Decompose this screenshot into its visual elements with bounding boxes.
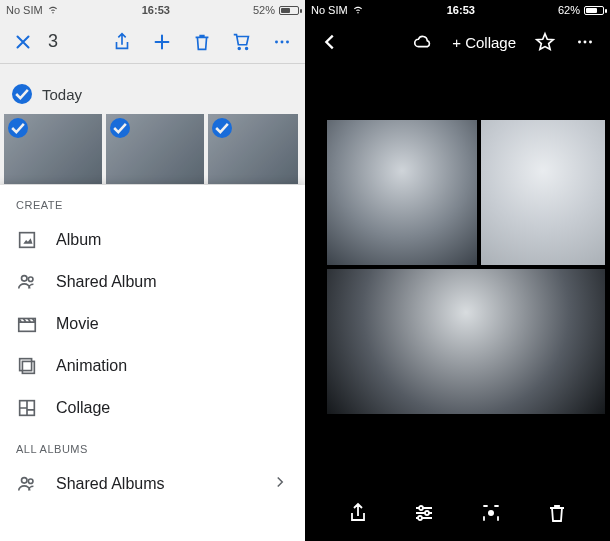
lens-icon[interactable] [479,501,503,525]
menu-item-label: Collage [56,399,110,417]
collage-tile [481,120,605,265]
album-icon [16,229,38,251]
menu-item-label: Animation [56,357,127,375]
edit-sliders-icon[interactable] [412,501,436,525]
cart-icon[interactable] [231,31,253,53]
viewer-toolbar: + Collage [305,20,610,64]
collage-button[interactable]: + Collage [452,34,516,51]
menu-item-label: Movie [56,315,99,333]
svg-point-16 [425,511,429,515]
date-label: Today [42,86,82,103]
menu-item-label: Shared Albums [56,475,165,493]
thumb-checkbox[interactable] [8,118,28,138]
movie-icon [16,313,38,335]
selection-toolbar: 3 [0,20,305,64]
carrier-label: No SIM [6,4,43,16]
menu-item-animation[interactable]: Animation [0,345,305,387]
date-row[interactable]: Today [0,64,305,114]
cloud-icon[interactable] [412,31,434,53]
more-icon[interactable] [271,31,293,53]
star-icon[interactable] [534,31,556,53]
more-icon[interactable] [574,31,596,53]
right-pane: No SIM 16:53 62% + Collage [305,0,610,541]
create-section-label: CREATE [0,185,305,219]
close-icon[interactable] [12,31,34,53]
shared-albums-icon [16,473,38,495]
menu-item-label: Shared Album [56,273,157,291]
date-checkbox[interactable] [12,84,32,104]
back-icon[interactable] [319,31,341,53]
svg-rect-7 [22,361,34,373]
svg-rect-6 [19,319,36,332]
shared-album-icon [16,271,38,293]
create-bottom-sheet: CREATE Album Shared Album Movie Animatio… [0,185,305,541]
collage-image[interactable] [327,120,605,414]
battery-pct: 52% [253,4,275,16]
battery-icon [584,6,604,15]
viewer-bottom-bar [305,485,610,541]
all-albums-section-label: ALL ALBUMS [0,429,305,463]
status-bar: No SIM 16:53 62% [305,0,610,20]
thumbnail-row [0,114,305,184]
battery-pct: 62% [558,4,580,16]
svg-point-11 [28,479,33,484]
thumb-checkbox[interactable] [110,118,130,138]
svg-point-13 [584,41,587,44]
photo-thumbnail[interactable] [4,114,102,184]
menu-item-movie[interactable]: Movie [0,303,305,345]
photo-thumbnail[interactable] [208,114,298,184]
plus-icon[interactable] [151,31,173,53]
animation-icon [16,355,38,377]
photo-thumbnail[interactable] [106,114,204,184]
svg-point-1 [281,40,284,43]
chevron-right-icon [271,473,289,495]
svg-point-4 [22,276,28,282]
svg-point-18 [488,510,494,516]
menu-item-album[interactable]: Album [0,219,305,261]
selection-count: 3 [48,31,58,52]
svg-rect-8 [20,359,32,371]
svg-rect-3 [20,233,35,248]
clock: 16:53 [364,4,558,16]
thumb-checkbox[interactable] [212,118,232,138]
wifi-icon [47,3,59,17]
svg-point-17 [418,516,422,520]
share-icon[interactable] [346,501,370,525]
carrier-label: No SIM [311,4,348,16]
collage-icon [16,397,38,419]
share-icon[interactable] [111,31,133,53]
left-pane: No SIM 16:53 52% 3 [0,0,305,541]
svg-point-14 [589,41,592,44]
collage-tile [327,269,605,414]
menu-item-shared-albums[interactable]: Shared Albums [0,463,305,505]
status-bar: No SIM 16:53 52% [0,0,305,20]
wifi-icon [352,3,364,17]
svg-point-0 [275,40,278,43]
collage-tile [327,120,477,265]
svg-point-5 [28,277,33,282]
svg-point-10 [22,478,28,484]
svg-point-15 [419,506,423,510]
trash-icon[interactable] [545,501,569,525]
svg-point-2 [286,40,289,43]
menu-item-shared-album[interactable]: Shared Album [0,261,305,303]
trash-icon[interactable] [191,31,213,53]
menu-item-collage[interactable]: Collage [0,387,305,429]
clock: 16:53 [59,4,253,16]
battery-icon [279,6,299,15]
menu-item-label: Album [56,231,101,249]
svg-point-12 [578,41,581,44]
